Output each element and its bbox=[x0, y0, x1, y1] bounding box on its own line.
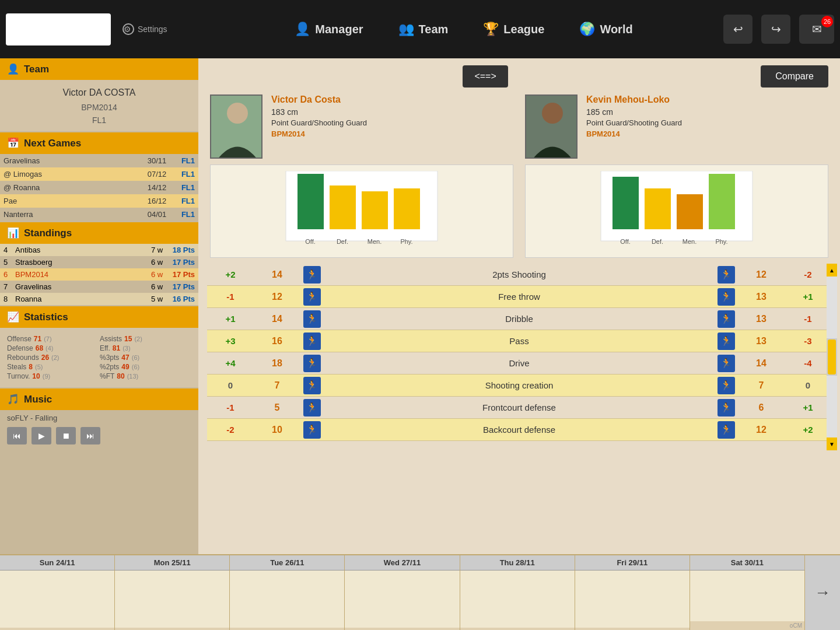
stat-name: Dribble bbox=[324, 314, 715, 324]
stat-sub: (5) bbox=[35, 363, 43, 370]
game-row[interactable]: Gravelinas 30/11 FL1 bbox=[0, 154, 198, 167]
next-games-section: 📅 Next Games Gravelinas 30/11 FL1@ Limog… bbox=[0, 132, 198, 221]
player1-photo-placeholder bbox=[211, 96, 261, 158]
compare-header: <==> Compare bbox=[198, 58, 840, 94]
svg-text:Men.: Men. bbox=[368, 238, 382, 245]
icon-left: 🏃 bbox=[300, 421, 324, 439]
player1-position: Point Guard/Shooting Guard bbox=[271, 118, 513, 127]
calendar-day[interactable]: Thu 28/11 bbox=[460, 555, 575, 630]
game-row[interactable]: @ Roanna 14/12 FL1 bbox=[0, 181, 198, 194]
team-player-name[interactable]: Victor DA COSTA bbox=[7, 85, 191, 101]
games-list: Gravelinas 30/11 FL1@ Limogas 07/12 FL1@… bbox=[0, 154, 198, 221]
nav-team[interactable]: 👥 Team bbox=[390, 19, 457, 40]
stats-table: +2 14 🏃 2pts Shooting 🏃 12 -2 -1 12 🏃 bbox=[207, 264, 831, 441]
game-row[interactable]: @ Limogas 07/12 FL1 bbox=[0, 167, 198, 181]
diff-left: +2 bbox=[207, 270, 254, 279]
nav-world[interactable]: 🌍 World bbox=[570, 19, 641, 40]
forward-button[interactable]: ↪ bbox=[761, 15, 790, 44]
stand-team: Antibas bbox=[15, 246, 148, 254]
diff-right: +1 bbox=[785, 292, 831, 302]
stat-item: Rebounds 26 (2) bbox=[7, 354, 99, 362]
player-icon-left: 🏃 bbox=[303, 421, 321, 439]
statistics-content: Offense 71 (7)Assists 15 (2)Defense 68 (… bbox=[0, 328, 198, 387]
scroll-down-button[interactable]: ▼ bbox=[827, 438, 837, 450]
swap-button[interactable]: <==> bbox=[463, 65, 508, 88]
calendar-day[interactable]: Mon 25/11 bbox=[115, 555, 230, 630]
cal-day-content bbox=[690, 570, 804, 621]
icon-left: 🏃 bbox=[300, 377, 324, 394]
standing-row[interactable]: 8 Roanna 5 w 16 Pts bbox=[0, 293, 198, 305]
standing-row[interactable]: 7 Gravelinas 6 w 17 Pts bbox=[0, 281, 198, 293]
game-row[interactable]: Pae 16/12 FL1 bbox=[0, 194, 198, 208]
compare-button[interactable]: Compare bbox=[761, 65, 828, 88]
music-next-button[interactable]: ⏭ bbox=[80, 427, 100, 444]
stat-label: Steals bbox=[7, 363, 26, 371]
music-prev-button[interactable]: ⏮ bbox=[7, 427, 27, 444]
cal-day-content bbox=[0, 570, 114, 628]
team-icon: 👥 bbox=[398, 22, 414, 37]
mail-button[interactable]: ✉ 26 bbox=[799, 15, 834, 44]
stat-label: %3pts bbox=[100, 354, 119, 362]
player-icon-left: 🏃 bbox=[303, 332, 321, 350]
player1-info: Victor Da Costa 183 cm Point Guard/Shoot… bbox=[271, 94, 513, 159]
stat-item: %2pts 49 (6) bbox=[100, 363, 191, 371]
back-button[interactable]: ↩ bbox=[723, 15, 752, 44]
icon-left: 🏃 bbox=[300, 288, 324, 306]
player-icon-right: 🏃 bbox=[718, 399, 735, 416]
stand-pos: 7 bbox=[4, 282, 15, 291]
player-icon-right: 🏃 bbox=[718, 288, 735, 306]
league-label: League bbox=[503, 23, 544, 36]
icon-right: 🏃 bbox=[715, 288, 738, 306]
stats-table-area: +2 14 🏃 2pts Shooting 🏃 12 -2 -1 12 🏃 bbox=[201, 264, 837, 450]
stat-label: Defense bbox=[7, 344, 33, 352]
val-left: 5 bbox=[254, 402, 300, 413]
standing-row[interactable]: 4 Antibas 7 w 18 Pts bbox=[0, 244, 198, 256]
team-header-icon: 👤 bbox=[7, 63, 19, 75]
game-row[interactable]: Nanterra 04/01 FL1 bbox=[0, 208, 198, 221]
calendar-next-button[interactable]: → bbox=[805, 555, 840, 630]
calendar-day[interactable]: Sun 24/11 bbox=[0, 555, 115, 630]
player-icon-left: 🏃 bbox=[303, 266, 321, 284]
calendar-day[interactable]: Fri 29/11 bbox=[575, 555, 690, 630]
stand-wins: 6 w bbox=[148, 270, 166, 279]
scroll-up-button[interactable]: ▲ bbox=[827, 264, 837, 276]
standings-icon: 📊 bbox=[7, 227, 19, 239]
statistics-section: 📈 Statistics Offense 71 (7)Assists 15 (2… bbox=[0, 306, 198, 387]
scroll-thumb[interactable] bbox=[828, 340, 836, 374]
calendar-day[interactable]: Tue 26/11 bbox=[230, 555, 345, 630]
settings-button[interactable]: ⚙ Settings bbox=[117, 20, 173, 38]
silhouette-left: 🏃 bbox=[306, 313, 318, 324]
player2-profile: Kevin Mehou-Loko 185 cm Point Guard/Shoo… bbox=[525, 94, 828, 159]
player-icon-right: 🏃 bbox=[718, 421, 735, 439]
stand-team: Gravelinas bbox=[15, 282, 148, 291]
diff-left: -2 bbox=[207, 425, 254, 435]
cal-day-header: Sun 24/11 bbox=[0, 555, 114, 570]
stat-name: 2pts Shooting bbox=[324, 270, 715, 279]
music-play-button[interactable]: ▶ bbox=[32, 427, 51, 444]
nav-league[interactable]: 🏆 League bbox=[474, 19, 553, 40]
calendar-day[interactable]: Sat 30/11 oCM bbox=[690, 555, 805, 630]
cal-day-content bbox=[575, 570, 690, 628]
svg-rect-8 bbox=[394, 188, 420, 229]
svg-rect-17 bbox=[709, 174, 735, 229]
standing-row[interactable]: 6 BPM2014 6 w 17 Pts bbox=[0, 268, 198, 281]
diff-left: -1 bbox=[207, 402, 254, 412]
stand-pts: 17 Pts bbox=[166, 270, 195, 279]
cal-day-header: Fri 29/11 bbox=[575, 555, 690, 570]
stat-sub: (13) bbox=[127, 373, 139, 380]
game-team: @ Roanna bbox=[4, 183, 142, 192]
player-icon-left: 🏃 bbox=[303, 355, 321, 372]
league-code: FL1 bbox=[7, 114, 191, 127]
icon-right: 🏃 bbox=[715, 399, 738, 416]
stat-sub: (2) bbox=[134, 335, 142, 342]
stat-item: Turnov. 10 (9) bbox=[7, 372, 99, 380]
stand-pos: 6 bbox=[4, 270, 15, 279]
silhouette-right: 🏃 bbox=[720, 269, 732, 280]
music-stop-button[interactable]: ⏹ bbox=[56, 427, 76, 444]
calendar-day[interactable]: Wed 27/11 bbox=[345, 555, 460, 630]
silhouette-left: 🏃 bbox=[306, 269, 318, 280]
standing-row[interactable]: 5 Strasboerg 6 w 17 Pts bbox=[0, 256, 198, 268]
nav-manager[interactable]: 👤 Manager bbox=[286, 19, 372, 40]
cal-day-header: Wed 27/11 bbox=[345, 555, 459, 570]
chart1-container: Off. Def. Men. Phy. bbox=[210, 164, 513, 258]
